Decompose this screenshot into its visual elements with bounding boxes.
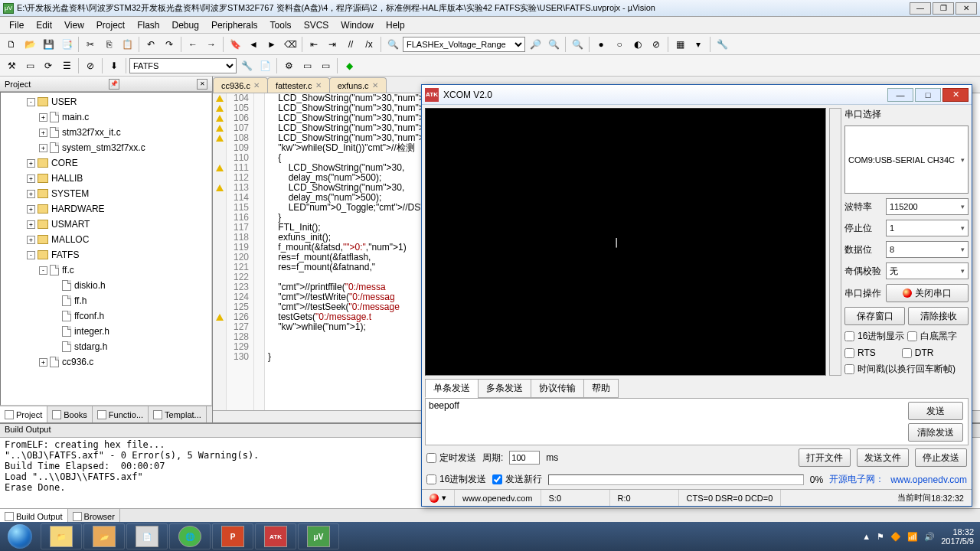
task-explorer[interactable]: 📁 — [41, 523, 82, 549]
tree-row[interactable]: +HALLIB — [1, 171, 211, 186]
tree-row[interactable]: +USMART — [1, 217, 211, 232]
data-select[interactable]: 8 — [886, 241, 969, 258]
send-file-button[interactable]: 发送文件 — [857, 448, 909, 467]
undo-icon[interactable]: ↶ — [142, 36, 159, 53]
menu-project[interactable]: Project — [90, 18, 131, 32]
new-icon[interactable]: 🗋 — [3, 36, 20, 53]
bookmark-next-icon[interactable]: ► — [263, 36, 280, 53]
tree-row[interactable]: -ff.c — [1, 262, 211, 278]
find-icon[interactable]: 🔍 — [384, 36, 401, 53]
period-input[interactable] — [509, 451, 540, 465]
task-browser[interactable]: 🌐 — [169, 523, 211, 549]
white-bg-check[interactable]: 白底黑字 — [907, 330, 957, 343]
uncomment-icon[interactable]: /x — [361, 36, 377, 53]
menu-tools[interactable]: Tools — [264, 18, 298, 32]
indent-left-icon[interactable]: ⇤ — [305, 36, 322, 53]
send-newline-check[interactable]: 发送新行 — [492, 473, 542, 486]
maximize-button[interactable]: ❐ — [933, 2, 954, 15]
menu-help[interactable]: Help — [380, 18, 411, 32]
menu-peripherals[interactable]: Peripherals — [205, 18, 264, 32]
tab-functions[interactable]: Functio... — [93, 406, 149, 422]
xcom-tab-help[interactable]: 帮助 — [583, 379, 619, 398]
panel-close-icon[interactable]: ✕ — [197, 79, 207, 90]
tree-row[interactable]: diskio.h — [1, 278, 211, 293]
build-icon[interactable]: ⚒ — [3, 57, 20, 74]
tray-volume-icon[interactable]: 🔊 — [924, 532, 935, 542]
tray-network-icon[interactable]: 📶 — [907, 532, 918, 542]
tab-close-icon[interactable]: ✕ — [372, 81, 378, 90]
menu-window[interactable]: Window — [335, 18, 380, 32]
editor-tab-cc936[interactable]: cc936.c✕ — [213, 77, 268, 93]
tab-books[interactable]: Books — [47, 406, 93, 422]
xcom-titlebar[interactable]: ATK XCOM V2.0 — □ ✕ — [422, 85, 972, 105]
xcom-tab-single[interactable]: 单条发送 — [425, 379, 479, 398]
breakpoint3-icon[interactable]: ◐ — [629, 36, 646, 53]
indent-right-icon[interactable]: ⇥ — [324, 36, 341, 53]
tab-close-icon[interactable]: ✕ — [253, 81, 260, 90]
taskbar-clock[interactable]: 18:32 2017/5/9 — [941, 527, 974, 546]
open-icon[interactable]: 📂 — [21, 36, 38, 53]
tree-row[interactable]: +cc936.c — [1, 354, 211, 370]
nav-back-icon[interactable]: ← — [185, 36, 201, 53]
editor-tab-fattester[interactable]: fattester.c✕ — [267, 77, 330, 93]
tray-flag-icon[interactable]: ▲ — [862, 532, 871, 541]
tree-row[interactable]: +system_stm32f7xx.c — [1, 140, 211, 155]
paste-icon[interactable]: 📋 — [119, 36, 136, 53]
site-link[interactable]: www.openedv.com — [890, 474, 967, 485]
target-options-icon[interactable]: 🔧 — [238, 57, 255, 74]
status-url[interactable]: www.openedv.com — [455, 490, 541, 506]
tree-row[interactable]: +HARDWARE — [1, 201, 211, 217]
tab-close-icon[interactable]: ✕ — [315, 81, 322, 90]
config-icon[interactable]: 🔧 — [714, 36, 730, 53]
dropdown-icon[interactable]: ▾ — [690, 36, 707, 53]
batch-build-icon[interactable]: ☰ — [58, 57, 75, 74]
tab-project[interactable]: Project — [0, 406, 47, 422]
status-dropdown-icon[interactable]: ▾ — [442, 493, 446, 503]
xcom-maximize-button[interactable]: □ — [915, 88, 941, 102]
stop-build-icon[interactable]: ⊘ — [82, 57, 99, 74]
tray-shield-icon[interactable]: 🔶 — [890, 532, 901, 542]
tree-row[interactable]: -FATFS — [1, 247, 211, 262]
timestamp-check[interactable]: 时间戳(以换行回车断帧) — [844, 363, 969, 376]
target-select[interactable]: FATFS — [129, 58, 237, 73]
panel-pin-icon[interactable]: 📌 — [109, 79, 119, 90]
save-icon[interactable]: 💾 — [40, 36, 57, 53]
saveall-icon[interactable]: 📑 — [58, 36, 75, 53]
comment-icon[interactable]: // — [342, 36, 359, 53]
breakpoint2-icon[interactable]: ○ — [611, 36, 628, 53]
menu-view[interactable]: View — [58, 18, 90, 32]
manage3-icon[interactable]: ▭ — [317, 57, 334, 74]
tree-row[interactable]: +CORE — [1, 155, 211, 171]
find-in-files-icon[interactable]: 🔎 — [527, 36, 544, 53]
window-icon[interactable]: ▦ — [671, 36, 688, 53]
menu-flash[interactable]: Flash — [131, 18, 165, 32]
file-ext-icon[interactable]: 📄 — [256, 57, 273, 74]
clear-send-button[interactable]: 清除发送 — [908, 423, 963, 442]
timed-send-check[interactable]: 定时发送 — [426, 452, 476, 465]
stop-select[interactable]: 1 — [886, 220, 969, 236]
hex-display-check[interactable]: 16进制显示 — [844, 330, 904, 343]
system-tray[interactable]: ▲ ⚑ 🔶 📶 🔊 18:32 2017/5/9 — [856, 527, 980, 546]
tab-templates[interactable]: Templat... — [149, 406, 207, 422]
tray-action-center-icon[interactable]: ⚑ — [877, 532, 884, 542]
manage2-icon[interactable]: ▭ — [299, 57, 315, 74]
parity-select[interactable]: 无 — [886, 262, 969, 279]
build-target-icon[interactable]: ▭ — [21, 57, 38, 74]
open-file-button[interactable]: 打开文件 — [799, 448, 851, 467]
minimize-button[interactable]: — — [910, 2, 931, 15]
breakpoint4-icon[interactable]: ⊘ — [648, 36, 665, 53]
flashex-select[interactable]: FLASHEx_Voltage_Range — [403, 37, 525, 52]
project-tree[interactable]: -USER+main.c+stm32f7xx_it.c+system_stm32… — [0, 92, 212, 406]
xcom-close-button[interactable]: ✕ — [942, 88, 969, 102]
nav-fwd-icon[interactable]: → — [203, 36, 220, 53]
dtr-check[interactable]: DTR — [902, 347, 934, 358]
baud-select[interactable]: 115200 — [886, 198, 969, 215]
tree-row[interactable]: stdarg.h — [1, 339, 211, 354]
redo-icon[interactable]: ↷ — [161, 36, 178, 53]
tree-row[interactable]: +main.c — [1, 109, 211, 125]
rts-check[interactable]: RTS — [844, 347, 876, 358]
menu-edit[interactable]: Edit — [30, 18, 58, 32]
tree-row[interactable]: ffconf.h — [1, 308, 211, 324]
clear-rx-button[interactable]: 清除接收 — [908, 307, 969, 325]
menu-svcs[interactable]: SVCS — [298, 18, 335, 32]
